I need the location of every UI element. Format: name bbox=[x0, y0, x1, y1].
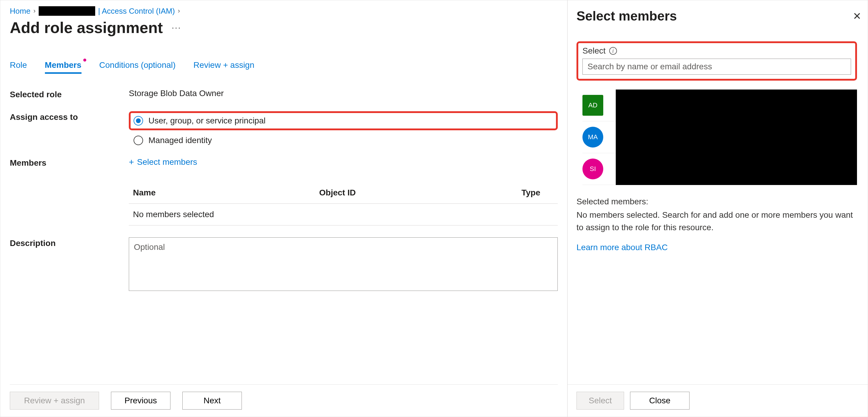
tab-members-label: Members bbox=[45, 60, 82, 70]
breadcrumb: Home › | Access Control (IAM) › bbox=[10, 6, 558, 16]
page-title-row: Add role assignment ··· bbox=[10, 19, 558, 37]
highlight-user-group: User, group, or service principal bbox=[129, 111, 558, 130]
radio-icon bbox=[133, 136, 143, 145]
close-button[interactable]: Close bbox=[630, 392, 689, 410]
breadcrumb-iam[interactable]: | Access Control (IAM) bbox=[98, 6, 175, 16]
select-members-link-text: Select members bbox=[137, 157, 197, 167]
panel-footer: Select Close bbox=[567, 384, 868, 417]
results-redacted bbox=[616, 90, 857, 185]
search-label: Select bbox=[583, 46, 606, 56]
col-type-header: Type bbox=[522, 188, 558, 197]
results-list: AD MA SI bbox=[583, 90, 857, 185]
avatar: MA bbox=[583, 127, 603, 148]
members-label: Members bbox=[10, 157, 129, 168]
learn-more-rbac-link[interactable]: Learn more about RBAC bbox=[577, 243, 668, 252]
selected-members-heading: Selected members: bbox=[577, 197, 857, 206]
panel-title: Select members bbox=[577, 9, 677, 24]
tabs: Role Members Conditions (optional) Revie… bbox=[10, 60, 558, 74]
selected-role-value: Storage Blob Data Owner bbox=[129, 89, 558, 98]
breadcrumb-home[interactable]: Home bbox=[10, 6, 30, 16]
radio-managed-identity[interactable]: Managed identity bbox=[129, 136, 558, 145]
description-input[interactable] bbox=[129, 237, 558, 291]
review-assign-button[interactable]: Review + assign bbox=[10, 392, 99, 410]
selected-members-msg: No members selected. Search for and add … bbox=[577, 209, 857, 234]
highlight-search: Select i bbox=[577, 41, 857, 81]
radio-user-group[interactable]: User, group, or service principal bbox=[133, 116, 266, 126]
more-icon[interactable]: ··· bbox=[172, 23, 181, 32]
radio-icon bbox=[133, 116, 143, 126]
col-name-header: Name bbox=[129, 188, 319, 197]
main-pane: Home › | Access Control (IAM) › Add role… bbox=[0, 0, 567, 417]
chevron-right-icon: › bbox=[33, 7, 35, 15]
form-area: Selected role Storage Blob Data Owner As… bbox=[10, 89, 558, 384]
radio-user-group-label: User, group, or service principal bbox=[149, 116, 266, 126]
tab-review-assign[interactable]: Review + assign bbox=[193, 60, 254, 72]
breadcrumb-resource-redacted bbox=[39, 6, 95, 16]
tab-conditions[interactable]: Conditions (optional) bbox=[99, 60, 176, 72]
tab-members[interactable]: Members bbox=[45, 60, 82, 74]
main-footer: Review + assign Previous Next bbox=[10, 384, 558, 417]
chevron-right-icon: › bbox=[178, 7, 180, 15]
members-table: Name Object ID Type No members selected bbox=[129, 182, 558, 225]
next-button[interactable]: Next bbox=[182, 392, 242, 410]
page-title: Add role assignment bbox=[10, 19, 163, 37]
select-members-panel: Select members ✕ Select i AD MA SI bbox=[567, 0, 868, 417]
indicator-dot-icon bbox=[83, 59, 86, 62]
assign-access-label: Assign access to bbox=[10, 111, 129, 122]
tab-role[interactable]: Role bbox=[10, 60, 27, 72]
plus-icon: + bbox=[129, 157, 134, 167]
avatar: AD bbox=[583, 95, 603, 116]
description-label: Description bbox=[10, 237, 129, 248]
search-input[interactable] bbox=[583, 59, 851, 75]
avatar: SI bbox=[583, 159, 603, 179]
select-members-link[interactable]: + Select members bbox=[129, 157, 558, 167]
previous-button[interactable]: Previous bbox=[111, 392, 170, 410]
col-object-id-header: Object ID bbox=[319, 188, 522, 197]
members-empty-row: No members selected bbox=[129, 204, 558, 225]
info-icon[interactable]: i bbox=[609, 47, 617, 55]
selected-role-label: Selected role bbox=[10, 89, 129, 99]
close-icon[interactable]: ✕ bbox=[853, 10, 861, 22]
select-button[interactable]: Select bbox=[577, 392, 624, 410]
radio-managed-identity-label: Managed identity bbox=[149, 136, 212, 145]
